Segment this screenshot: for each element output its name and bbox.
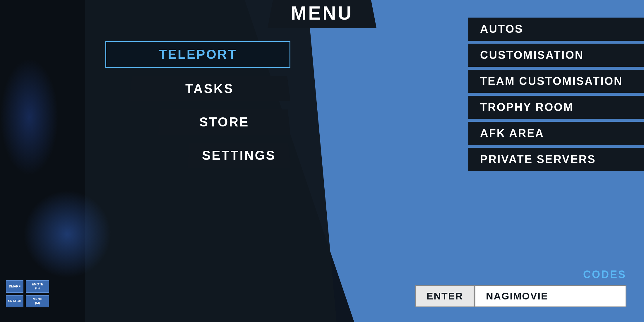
customisation-button[interactable]: CUSTOMISATION xyxy=(468,44,644,67)
dmarf-button[interactable]: DMARF xyxy=(6,280,23,292)
teleport-button[interactable]: TELEPORT xyxy=(105,41,290,68)
snatch-button[interactable]: SNATCH xyxy=(6,295,23,307)
emote-button[interactable]: EMOTE(B) xyxy=(26,280,49,292)
codes-label: CODES xyxy=(583,268,626,281)
right-menu: AUTOS CUSTOMISATION TEAM CUSTOMISATION T… xyxy=(468,18,644,171)
blue-glow-mid xyxy=(0,59,59,176)
code-input[interactable] xyxy=(475,285,626,307)
blue-glow-bottom xyxy=(23,190,111,278)
controller-buttons: DMARF EMOTE(B) SNATCH MENU(M) xyxy=(6,280,49,307)
trophy-room-button[interactable]: TROPHY ROOM xyxy=(468,96,644,119)
autos-button[interactable]: AUTOS xyxy=(468,18,644,41)
team-customisation-button[interactable]: TEAM CUSTOMISATION xyxy=(468,70,644,93)
tasks-button[interactable]: TASKS xyxy=(129,76,290,101)
settings-button[interactable]: SETTINGS xyxy=(187,143,290,168)
menu-ctrl-button[interactable]: MENU(M) xyxy=(26,295,49,307)
enter-button[interactable]: ENTER xyxy=(415,285,475,307)
codes-section: CODES ENTER xyxy=(415,268,626,307)
private-servers-button[interactable]: PRIVATE SERVERS xyxy=(468,148,644,171)
codes-row: ENTER xyxy=(415,285,626,307)
afk-area-button[interactable]: AFK AREA xyxy=(468,122,644,145)
store-button[interactable]: STORE xyxy=(158,109,290,135)
center-menu: TELEPORT TASKS STORE SETTINGS xyxy=(82,29,290,173)
menu-title: MENU xyxy=(291,3,353,24)
menu-title-container: MENU xyxy=(268,0,376,28)
